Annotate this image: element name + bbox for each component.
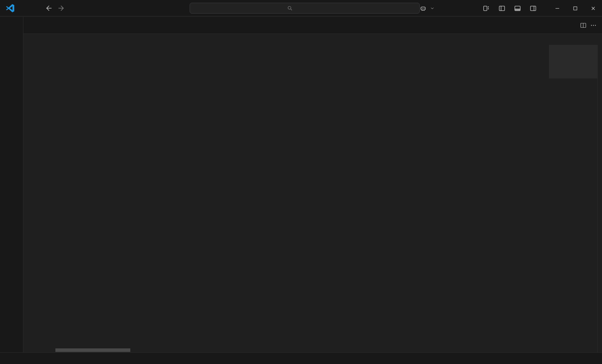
toggle-primary-sidebar-icon[interactable] [496, 3, 508, 14]
editor-actions [580, 17, 602, 34]
titlebar-right [417, 0, 602, 16]
close-button[interactable] [584, 0, 602, 16]
minimap-slider[interactable] [549, 45, 597, 78]
toggle-panel-icon[interactable] [511, 3, 523, 14]
minimap[interactable] [549, 45, 597, 352]
window-controls [548, 0, 602, 16]
vertical-scrollbar[interactable] [597, 45, 602, 352]
forward-arrow-icon[interactable] [58, 4, 66, 12]
back-arrow-icon[interactable] [44, 4, 52, 12]
horizontal-scrollbar[interactable] [55, 348, 130, 352]
minimize-button[interactable] [548, 0, 566, 16]
split-editor-icon[interactable] [580, 22, 586, 28]
vscode-window [0, 0, 602, 364]
more-actions-icon[interactable] [590, 22, 597, 28]
toggle-secondary-sidebar-icon[interactable] [527, 3, 539, 14]
chevron-down-icon[interactable] [430, 6, 434, 10]
search-input[interactable] [295, 5, 322, 11]
maximize-button[interactable] [566, 0, 584, 16]
customize-layout-icon[interactable] [480, 3, 492, 14]
copilot-icon[interactable] [417, 3, 429, 14]
breadcrumb [23, 34, 602, 45]
status-bar [0, 352, 602, 364]
history-nav [44, 4, 66, 12]
activity-bar [0, 17, 23, 352]
title-bar [0, 0, 602, 16]
command-center-search[interactable] [190, 3, 420, 14]
vscode-logo-icon [5, 4, 15, 13]
editor-pane[interactable] [23, 45, 602, 352]
search-icon [287, 5, 293, 11]
tab-bar [23, 17, 602, 34]
code-area[interactable] [23, 45, 549, 352]
